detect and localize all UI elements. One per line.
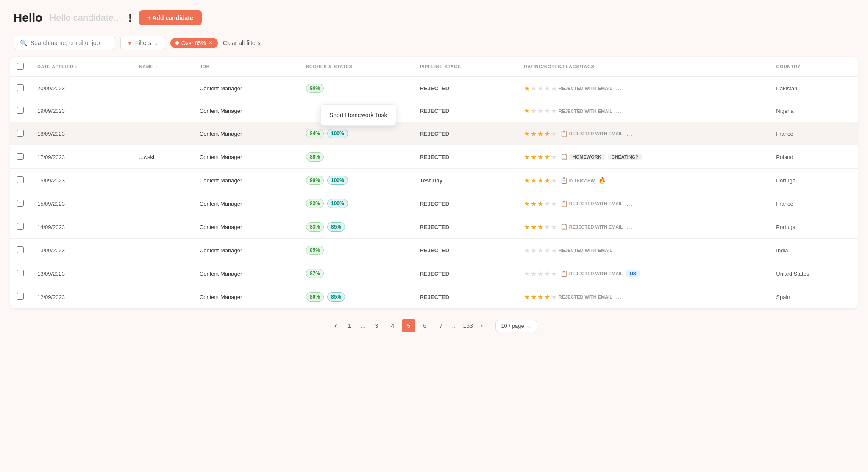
star-empty[interactable]: ★ <box>551 270 557 278</box>
row-checkbox[interactable] <box>17 270 24 276</box>
star-empty[interactable]: ★ <box>551 200 557 208</box>
search-box[interactable]: 🔍 <box>14 36 115 50</box>
star-filled[interactable]: ★ <box>544 293 550 301</box>
star-filled[interactable]: ★ <box>524 223 530 231</box>
star-filled[interactable]: ★ <box>524 107 530 115</box>
star-empty[interactable]: ★ <box>524 246 530 254</box>
star-empty[interactable]: ★ <box>551 246 557 254</box>
star-filled[interactable]: ★ <box>531 200 537 208</box>
star-empty[interactable]: ★ <box>544 200 550 208</box>
star-empty[interactable]: ★ <box>544 107 550 115</box>
star-rating[interactable]: ★★★★★ <box>524 200 557 208</box>
star-rating[interactable]: ★★★★★ <box>524 107 557 115</box>
notebook-icon[interactable]: 📋 <box>560 223 568 230</box>
star-rating[interactable]: ★★★★★ <box>524 153 557 161</box>
page-153-button[interactable]: 153 <box>461 319 475 332</box>
search-input[interactable] <box>31 39 109 46</box>
star-filled[interactable]: ★ <box>524 130 530 138</box>
star-empty[interactable]: ★ <box>544 223 550 231</box>
page-7-button[interactable]: 7 <box>434 319 448 332</box>
star-empty[interactable]: ★ <box>551 293 557 301</box>
star-empty[interactable]: ★ <box>537 270 543 278</box>
more-options-button[interactable]: ... <box>626 223 632 231</box>
star-empty[interactable]: ★ <box>551 107 557 115</box>
star-filled[interactable]: ★ <box>537 293 543 301</box>
star-empty[interactable]: ★ <box>537 107 543 115</box>
more-options-button[interactable]: ... <box>616 84 621 92</box>
row-checkbox[interactable] <box>17 153 24 160</box>
next-page-button[interactable]: › <box>477 322 486 330</box>
star-empty[interactable]: ★ <box>537 246 543 254</box>
star-empty[interactable]: ★ <box>551 153 557 161</box>
star-filled[interactable]: ★ <box>544 153 550 161</box>
filter-tag-over85[interactable]: Over 85% ✕ <box>170 38 218 48</box>
page-1-button[interactable]: 1 <box>343 319 356 332</box>
row-checkbox[interactable] <box>17 246 24 253</box>
notebook-icon[interactable]: 📋 <box>560 270 568 277</box>
star-empty[interactable]: ★ <box>551 130 557 138</box>
star-empty[interactable]: ★ <box>537 84 543 92</box>
star-empty[interactable]: ★ <box>544 84 550 92</box>
star-empty[interactable]: ★ <box>531 107 537 115</box>
star-filled[interactable]: ★ <box>537 153 543 161</box>
select-all-header[interactable] <box>10 57 31 77</box>
notebook-icon[interactable]: 📋 <box>560 200 568 207</box>
star-rating[interactable]: ★★★★★ <box>524 270 557 278</box>
star-filled[interactable]: ★ <box>537 176 543 184</box>
filter-tag-close[interactable]: ✕ <box>209 40 213 46</box>
star-empty[interactable]: ★ <box>531 246 537 254</box>
notebook-icon[interactable]: 📋 <box>560 130 568 137</box>
page-4-button[interactable]: 4 <box>386 319 399 332</box>
star-filled[interactable]: ★ <box>524 293 530 301</box>
star-filled[interactable]: ★ <box>531 153 537 161</box>
page-3-button[interactable]: 3 <box>370 319 383 332</box>
star-empty[interactable]: ★ <box>551 84 557 92</box>
prev-page-button[interactable]: ‹ <box>331 322 340 330</box>
more-options-button[interactable]: ... <box>616 293 621 301</box>
star-filled[interactable]: ★ <box>531 223 537 231</box>
star-empty[interactable]: ★ <box>551 176 557 184</box>
row-checkbox[interactable] <box>17 176 24 183</box>
row-checkbox[interactable] <box>17 107 24 114</box>
select-all-checkbox[interactable] <box>17 63 24 70</box>
more-options-button[interactable]: ... <box>607 176 613 184</box>
star-empty[interactable]: ★ <box>544 270 550 278</box>
star-filled[interactable]: ★ <box>524 84 530 92</box>
row-checkbox[interactable] <box>17 293 24 300</box>
star-empty[interactable]: ★ <box>531 270 537 278</box>
star-filled[interactable]: ★ <box>531 130 537 138</box>
star-rating[interactable]: ★★★★★ <box>524 246 557 254</box>
add-candidate-button[interactable]: + Add candidate <box>139 10 202 25</box>
star-empty[interactable]: ★ <box>524 270 530 278</box>
more-options-button[interactable]: ... <box>616 107 621 115</box>
star-filled[interactable]: ★ <box>537 130 543 138</box>
star-filled[interactable]: ★ <box>537 200 543 208</box>
row-checkbox[interactable] <box>17 84 24 91</box>
star-rating[interactable]: ★★★★★ <box>524 130 557 138</box>
star-filled[interactable]: ★ <box>524 153 530 161</box>
name-header[interactable]: NAME ↕ <box>132 57 193 77</box>
notebook-icon[interactable]: 📋 <box>560 154 568 160</box>
date-applied-header[interactable]: DATE APPLIED ↕ <box>31 57 132 77</box>
page-6-button[interactable]: 6 <box>418 319 431 332</box>
star-filled[interactable]: ★ <box>531 293 537 301</box>
more-options-button[interactable]: ... <box>626 130 632 137</box>
more-options-button[interactable]: ... <box>626 200 632 207</box>
star-filled[interactable]: ★ <box>531 176 537 184</box>
row-checkbox[interactable] <box>17 130 24 137</box>
star-filled[interactable]: ★ <box>524 176 530 184</box>
star-rating[interactable]: ★★★★★ <box>524 84 557 92</box>
filters-button[interactable]: ▼ Filters ⌄ <box>120 36 165 50</box>
star-filled[interactable]: ★ <box>544 176 550 184</box>
star-filled[interactable]: ★ <box>537 223 543 231</box>
page-5-button[interactable]: 5 <box>402 319 415 332</box>
star-empty[interactable]: ★ <box>531 84 537 92</box>
row-checkbox[interactable] <box>17 200 24 207</box>
star-rating[interactable]: ★★★★★ <box>524 293 557 301</box>
notebook-icon[interactable]: 📋 <box>560 177 568 184</box>
row-checkbox[interactable] <box>17 223 24 230</box>
per-page-select[interactable]: 10 / page ⌄ <box>495 320 537 332</box>
clear-filters-link[interactable]: Clear all filters <box>223 39 261 46</box>
star-filled[interactable]: ★ <box>544 130 550 138</box>
star-filled[interactable]: ★ <box>524 200 530 208</box>
